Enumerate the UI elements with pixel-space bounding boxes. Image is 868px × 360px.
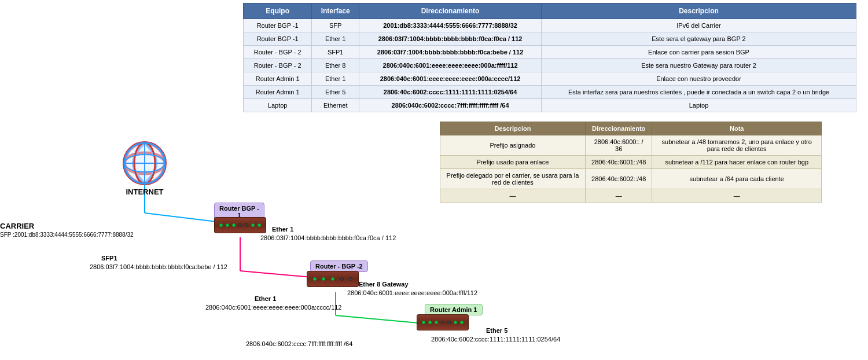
cell-desc: Enlace con nuestro proveedor	[542, 72, 856, 86]
sub-cell-desc: Prefijo usado para enlace	[440, 156, 586, 169]
col-equipo: Equipo	[244, 3, 312, 19]
sub-cell-desc: —	[440, 189, 586, 203]
sub-cell-nota: subnetear a /112 para hacer enlace con r…	[652, 156, 822, 169]
table-row: Router BGP -1 Ether 1 2806:03f7:1004:bbb…	[244, 32, 856, 46]
sub-cell-nota: —	[652, 189, 822, 203]
port-b1	[313, 277, 317, 281]
cell-interface: Ether 8	[312, 59, 359, 72]
port-b2	[322, 277, 325, 281]
cell-desc: Este sera el gateway para BGP 2	[542, 32, 856, 46]
port-2	[226, 223, 229, 227]
sub-col-nota: Nota	[652, 122, 822, 135]
table-row: Router BGP -1 SFP 2001:db8:3333:4444:555…	[244, 19, 856, 32]
admin1-ether1-label: Ether 1	[255, 295, 276, 302]
router-admin1-box: Router Admin 1	[425, 304, 483, 315]
carrier-ip: SFP :2001:db8:3333:4444:5555:6666:7777:8…	[0, 232, 134, 238]
sub-cell-nota: subnetear a /48 tomaremos 2, uno para en…	[652, 135, 822, 156]
col-descripcion: Descripcion	[542, 3, 856, 19]
cell-desc: Enlace con carrier para sesion BGP	[542, 46, 856, 59]
port-3	[232, 223, 236, 227]
cell-interface: SFP1	[312, 46, 359, 59]
port-b3	[331, 277, 334, 281]
router-bgp2-box: Router - BGP -2	[310, 260, 368, 272]
bgp2-ether8-ip: 2806:040c:6001:eeee:eeee:eeee:000a:ffff/…	[347, 289, 477, 296]
port-a1	[422, 321, 425, 324]
cell-desc: IPv6 del Carrier	[542, 19, 856, 32]
internet-label: INTERNET	[126, 188, 164, 196]
port-b5	[349, 277, 352, 281]
cell-equipo: Router - BGP - 2	[244, 59, 312, 72]
col-direccionamiento: Direccionamiento	[359, 3, 542, 19]
laptop-ip-label: 2806:040c:6002:cccc:7fff:ffff:ffff:ffff …	[246, 340, 352, 347]
col-interface: Interface	[312, 3, 359, 19]
sub-cell-ip: 2806:40c:6002::/48	[585, 169, 652, 189]
port-a7	[460, 321, 464, 324]
table-row: Router - BGP - 2 SFP1 2806:03f7:1004:bbb…	[244, 46, 856, 59]
cell-equipo: Router BGP -1	[244, 19, 312, 32]
cell-ip: 2806:040c:6001:eeee:eeee:eeee:000a:ffff/…	[359, 59, 542, 72]
sub-col-descripcion: Descripcion	[440, 122, 586, 135]
port-1	[219, 223, 223, 227]
cell-interface: SFP	[312, 19, 359, 32]
port-a3	[435, 321, 438, 324]
port-a2	[428, 321, 432, 324]
bgp1-ether1-label: Ether 1	[272, 226, 293, 233]
cell-equipo: Router BGP -1	[244, 32, 312, 46]
admin1-ether5-ip: 2806:40c:6002:cccc:1111:1111:1111:0254/6…	[431, 336, 560, 343]
port-6	[251, 223, 255, 227]
bgp2-sfp1-ip: 2806:03f7:1004:bbbb:bbbb:bbbb:f0ca:bebe …	[90, 263, 227, 270]
sub-cell-nota: subnetear a /64 para cada cliente	[652, 169, 822, 189]
sub-col-direccionamiento: Direccionamiento	[585, 122, 652, 135]
bgp1-ether1-ip: 2806:03f7:1004:bbbb:bbbb:bbbb:f0ca:f0ca …	[260, 234, 396, 241]
cell-desc: Laptop	[542, 99, 856, 112]
sub-cell-desc: Prefijo asignado	[440, 135, 586, 156]
cell-interface: Ether 1	[312, 32, 359, 46]
cell-desc: Este sera nuestro Gateway para router 2	[542, 59, 856, 72]
sub-table-row: Prefijo usado para enlace 2806:40c:6001:…	[440, 156, 822, 169]
sub-table-row: Prefijo asignado 2806:40c:6000:: / 36 su…	[440, 135, 822, 156]
router-bgp2-device	[307, 271, 359, 287]
bgp2-sfp1-label: SFP1	[101, 255, 117, 262]
port-a6	[454, 321, 457, 324]
port-a4	[441, 321, 444, 324]
admin1-ether5-label: Ether 5	[486, 327, 507, 334]
sub-cell-ip: 2806:40c:6000:: / 36	[585, 135, 652, 156]
cell-equipo: Router - BGP - 2	[244, 46, 312, 59]
sub-table-row: — — —	[440, 189, 822, 203]
sub-table-row: Prefijo delegado por el carrier, se usar…	[440, 169, 822, 189]
cell-ip: 2806:03f7:1004:bbbb:bbbb:bbbb:f0ca:bebe …	[359, 46, 542, 59]
carrier-label: CARRIER	[0, 222, 34, 230]
port-5	[245, 223, 248, 227]
port-4	[238, 223, 242, 227]
sub-cell-ip: —	[585, 189, 652, 203]
sub-cell-ip: 2806:40c:6001::/48	[585, 156, 652, 169]
port-a5	[447, 321, 451, 324]
cell-desc: Esta interfaz sera para nuestros cliente…	[542, 86, 856, 99]
port-b4	[340, 277, 344, 281]
port-7	[258, 223, 261, 227]
sub-cell-desc: Prefijo delegado por el carrier, se usar…	[440, 169, 586, 189]
sub-routing-table: Descripcion Direccionamiento Nota Prefij…	[440, 122, 822, 203]
router-admin1-device	[417, 314, 469, 330]
admin1-ether1-ip: 2806:040c:6001:eeee:eeee:eeee:000a:cccc/…	[205, 304, 341, 311]
cell-ip: 2806:03f7:1004:bbbb:bbbb:bbbb:f0ca:f0ca …	[359, 32, 542, 46]
table-row: Router - BGP - 2 Ether 8 2806:040c:6001:…	[244, 59, 856, 72]
network-diagram: INTERNET CARRIER SFP :2001:db8:3333:4444…	[0, 75, 440, 359]
router-bgp1-device	[214, 217, 266, 233]
internet-icon: INTERNET	[116, 139, 174, 197]
cell-ip: 2001:db8:3333:4444:5555:6666:7777:8888/3…	[359, 19, 542, 32]
bgp2-ether8-label: Ether 8 Gateway	[359, 281, 409, 288]
